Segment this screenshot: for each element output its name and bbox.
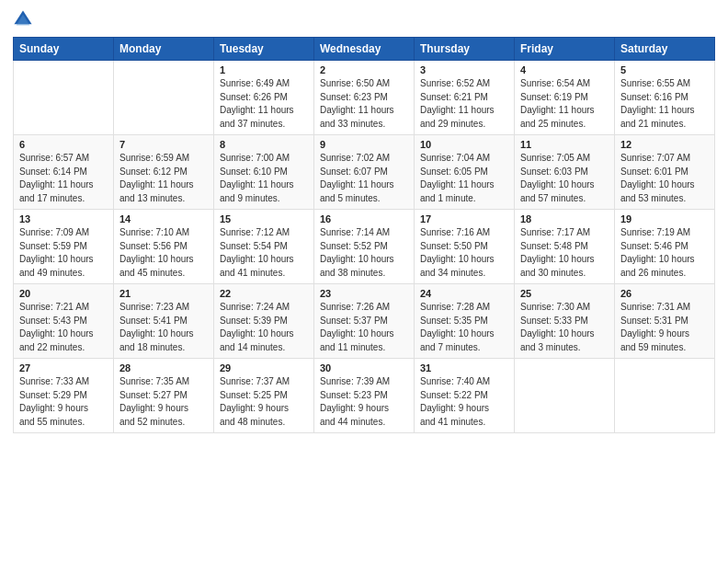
- day-cell: 5Sunrise: 6:55 AM Sunset: 6:16 PM Daylig…: [615, 61, 715, 135]
- day-cell: 22Sunrise: 7:24 AM Sunset: 5:39 PM Dayli…: [214, 284, 314, 359]
- day-cell: 15Sunrise: 7:12 AM Sunset: 5:54 PM Dayli…: [214, 210, 314, 284]
- day-info: Sunrise: 7:19 AM Sunset: 5:46 PM Dayligh…: [620, 226, 709, 280]
- day-cell: [615, 359, 715, 433]
- day-cell: 7Sunrise: 6:59 AM Sunset: 6:12 PM Daylig…: [114, 135, 214, 210]
- week-row-1: 1Sunrise: 6:49 AM Sunset: 6:26 PM Daylig…: [14, 61, 715, 135]
- day-cell: 18Sunrise: 7:17 AM Sunset: 5:48 PM Dayli…: [515, 210, 615, 284]
- day-cell: 27Sunrise: 7:33 AM Sunset: 5:29 PM Dayli…: [14, 359, 114, 433]
- day-number: 20: [19, 288, 108, 299]
- day-number: 8: [220, 139, 308, 150]
- day-cell: 8Sunrise: 7:00 AM Sunset: 6:10 PM Daylig…: [214, 135, 314, 210]
- weekday-header-sunday: Sunday: [14, 38, 114, 61]
- day-info: Sunrise: 7:24 AM Sunset: 5:39 PM Dayligh…: [220, 301, 308, 354]
- day-cell: 6Sunrise: 6:57 AM Sunset: 6:14 PM Daylig…: [14, 135, 114, 210]
- day-info: Sunrise: 7:10 AM Sunset: 5:56 PM Dayligh…: [119, 226, 208, 280]
- day-info: Sunrise: 7:16 AM Sunset: 5:50 PM Dayligh…: [420, 226, 508, 280]
- day-info: Sunrise: 7:05 AM Sunset: 6:03 PM Dayligh…: [520, 152, 609, 205]
- day-cell: 12Sunrise: 7:07 AM Sunset: 6:01 PM Dayli…: [615, 135, 715, 210]
- day-number: 27: [19, 362, 108, 373]
- day-cell: 13Sunrise: 7:09 AM Sunset: 5:59 PM Dayli…: [14, 210, 114, 284]
- week-row-5: 27Sunrise: 7:33 AM Sunset: 5:29 PM Dayli…: [14, 359, 715, 433]
- day-number: 16: [320, 213, 408, 224]
- weekday-header-tuesday: Tuesday: [214, 38, 314, 61]
- day-cell: 11Sunrise: 7:05 AM Sunset: 6:03 PM Dayli…: [515, 135, 615, 210]
- day-cell: 29Sunrise: 7:37 AM Sunset: 5:25 PM Dayli…: [214, 359, 314, 433]
- day-cell: 19Sunrise: 7:19 AM Sunset: 5:46 PM Dayli…: [615, 210, 715, 284]
- day-info: Sunrise: 6:49 AM Sunset: 6:26 PM Dayligh…: [220, 77, 308, 131]
- day-info: Sunrise: 7:40 AM Sunset: 5:22 PM Dayligh…: [420, 375, 508, 429]
- day-number: 23: [320, 288, 408, 299]
- day-info: Sunrise: 6:52 AM Sunset: 6:21 PM Dayligh…: [420, 77, 508, 131]
- day-cell: 1Sunrise: 6:49 AM Sunset: 6:26 PM Daylig…: [214, 61, 314, 135]
- day-cell: 3Sunrise: 6:52 AM Sunset: 6:21 PM Daylig…: [415, 61, 515, 135]
- day-number: 1: [220, 64, 308, 75]
- day-cell: 28Sunrise: 7:35 AM Sunset: 5:27 PM Dayli…: [114, 359, 214, 433]
- day-info: Sunrise: 6:55 AM Sunset: 6:16 PM Dayligh…: [620, 77, 709, 131]
- day-cell: 31Sunrise: 7:40 AM Sunset: 5:22 PM Dayli…: [415, 359, 515, 433]
- day-number: 15: [220, 213, 308, 224]
- day-info: Sunrise: 7:07 AM Sunset: 6:01 PM Dayligh…: [620, 152, 709, 205]
- day-number: 5: [620, 64, 709, 75]
- day-info: Sunrise: 7:30 AM Sunset: 5:33 PM Dayligh…: [520, 301, 609, 354]
- day-number: 31: [420, 362, 508, 373]
- weekday-row: SundayMondayTuesdayWednesdayThursdayFrid…: [14, 38, 715, 61]
- day-cell: 17Sunrise: 7:16 AM Sunset: 5:50 PM Dayli…: [415, 210, 515, 284]
- day-cell: 9Sunrise: 7:02 AM Sunset: 6:07 PM Daylig…: [314, 135, 415, 210]
- day-info: Sunrise: 7:14 AM Sunset: 5:52 PM Dayligh…: [320, 226, 408, 280]
- day-number: 11: [520, 139, 609, 150]
- day-cell: 30Sunrise: 7:39 AM Sunset: 5:23 PM Dayli…: [314, 359, 415, 433]
- day-number: 6: [19, 139, 108, 150]
- day-info: Sunrise: 6:54 AM Sunset: 6:19 PM Dayligh…: [520, 77, 609, 131]
- day-number: 9: [320, 139, 408, 150]
- weekday-header-friday: Friday: [515, 38, 615, 61]
- page: SundayMondayTuesdayWednesdayThursdayFrid…: [0, 0, 728, 563]
- day-number: 2: [320, 64, 408, 75]
- day-number: 4: [520, 64, 609, 75]
- day-info: Sunrise: 7:23 AM Sunset: 5:41 PM Dayligh…: [119, 301, 208, 354]
- day-info: Sunrise: 7:28 AM Sunset: 5:35 PM Dayligh…: [420, 301, 508, 354]
- weekday-header-saturday: Saturday: [615, 38, 715, 61]
- day-cell: 16Sunrise: 7:14 AM Sunset: 5:52 PM Dayli…: [314, 210, 415, 284]
- day-number: 14: [119, 213, 208, 224]
- day-number: 7: [119, 139, 208, 150]
- day-number: 22: [220, 288, 308, 299]
- day-info: Sunrise: 7:26 AM Sunset: 5:37 PM Dayligh…: [320, 301, 408, 354]
- calendar-table: SundayMondayTuesdayWednesdayThursdayFrid…: [13, 37, 715, 433]
- day-number: 13: [19, 213, 108, 224]
- week-row-2: 6Sunrise: 6:57 AM Sunset: 6:14 PM Daylig…: [14, 135, 715, 210]
- day-cell: 4Sunrise: 6:54 AM Sunset: 6:19 PM Daylig…: [515, 61, 615, 135]
- day-info: Sunrise: 7:21 AM Sunset: 5:43 PM Dayligh…: [19, 301, 108, 354]
- day-info: Sunrise: 7:00 AM Sunset: 6:10 PM Dayligh…: [220, 152, 308, 205]
- day-number: 10: [420, 139, 508, 150]
- day-cell: 21Sunrise: 7:23 AM Sunset: 5:41 PM Dayli…: [114, 284, 214, 359]
- day-info: Sunrise: 7:37 AM Sunset: 5:25 PM Dayligh…: [220, 375, 308, 429]
- logo-icon: [13, 9, 33, 29]
- day-number: 18: [520, 213, 609, 224]
- header: [13, 9, 715, 29]
- day-info: Sunrise: 7:12 AM Sunset: 5:54 PM Dayligh…: [220, 226, 308, 280]
- day-number: 17: [420, 213, 508, 224]
- day-info: Sunrise: 6:50 AM Sunset: 6:23 PM Dayligh…: [320, 77, 408, 131]
- day-number: 12: [620, 139, 709, 150]
- day-number: 24: [420, 288, 508, 299]
- day-cell: 23Sunrise: 7:26 AM Sunset: 5:37 PM Dayli…: [314, 284, 415, 359]
- day-info: Sunrise: 7:33 AM Sunset: 5:29 PM Dayligh…: [19, 375, 108, 429]
- day-info: Sunrise: 6:59 AM Sunset: 6:12 PM Dayligh…: [119, 152, 208, 205]
- week-row-3: 13Sunrise: 7:09 AM Sunset: 5:59 PM Dayli…: [14, 210, 715, 284]
- day-number: 3: [420, 64, 508, 75]
- day-cell: [515, 359, 615, 433]
- day-number: 30: [320, 362, 408, 373]
- day-number: 26: [620, 288, 709, 299]
- day-cell: 24Sunrise: 7:28 AM Sunset: 5:35 PM Dayli…: [415, 284, 515, 359]
- day-cell: 2Sunrise: 6:50 AM Sunset: 6:23 PM Daylig…: [314, 61, 415, 135]
- day-cell: [114, 61, 214, 135]
- logo: [13, 9, 37, 29]
- day-info: Sunrise: 6:57 AM Sunset: 6:14 PM Dayligh…: [19, 152, 108, 205]
- day-info: Sunrise: 7:31 AM Sunset: 5:31 PM Dayligh…: [620, 301, 709, 354]
- day-info: Sunrise: 7:17 AM Sunset: 5:48 PM Dayligh…: [520, 226, 609, 280]
- day-number: 21: [119, 288, 208, 299]
- day-cell: 10Sunrise: 7:04 AM Sunset: 6:05 PM Dayli…: [415, 135, 515, 210]
- day-number: 29: [220, 362, 308, 373]
- day-info: Sunrise: 7:04 AM Sunset: 6:05 PM Dayligh…: [420, 152, 508, 205]
- day-number: 19: [620, 213, 709, 224]
